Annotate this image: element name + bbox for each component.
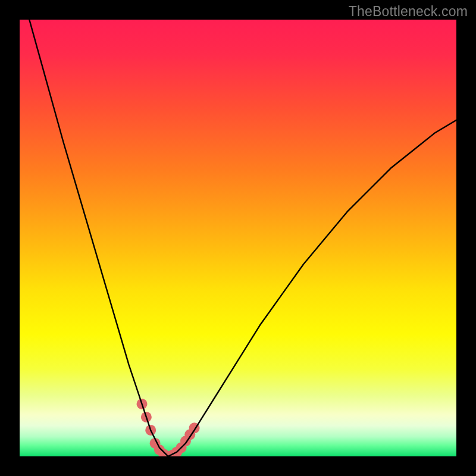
watermark-text: TheBottleneck.com bbox=[349, 4, 468, 20]
plot-area bbox=[20, 20, 456, 456]
chart-frame: TheBottleneck.com bbox=[0, 0, 476, 476]
curve-line bbox=[20, 20, 456, 456]
bottleneck-curve bbox=[20, 20, 456, 456]
highlight-markers bbox=[137, 399, 200, 456]
